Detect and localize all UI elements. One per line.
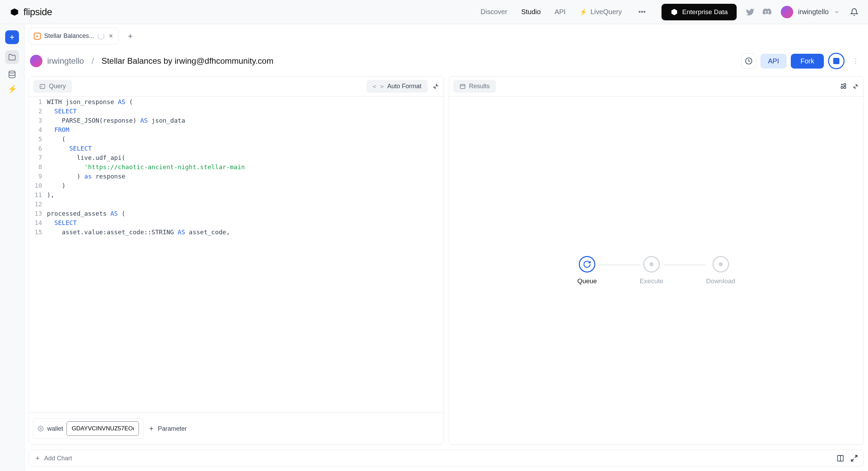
- add-panel-icon[interactable]: [840, 83, 848, 90]
- more-menu-icon[interactable]: ⋮: [849, 57, 862, 65]
- main-area: ▸ Stellar Balances... ✕ + irwingtello / …: [24, 24, 868, 471]
- panel-icon: [460, 83, 466, 90]
- code-editor[interactable]: 1 234 567 8910 111213 1415 WITH json_res…: [29, 96, 444, 412]
- step-queue: Queue: [577, 256, 597, 285]
- plus-icon: [34, 455, 41, 461]
- social-icons: [746, 7, 772, 17]
- nav-studio[interactable]: Studio: [521, 8, 541, 16]
- gear-icon[interactable]: [38, 426, 44, 432]
- stop-button[interactable]: [828, 53, 845, 69]
- folder-button[interactable]: [5, 50, 19, 64]
- bell-icon[interactable]: [850, 8, 858, 16]
- tab-title: Stellar Balances...: [44, 32, 94, 40]
- plus-icon: [148, 426, 154, 432]
- svg-rect-4: [40, 84, 45, 89]
- query-tab[interactable]: Query: [33, 80, 72, 93]
- username: irwingtello: [798, 8, 829, 16]
- bottom-bar-right: [837, 454, 858, 462]
- auto-format-button[interactable]: < > Auto Format: [366, 80, 428, 93]
- results-tab-label: Results: [469, 83, 490, 90]
- results-header-right: [840, 83, 859, 90]
- svg-rect-8: [460, 84, 465, 89]
- enterprise-data-button[interactable]: Enterprise Data: [662, 4, 737, 20]
- svg-rect-11: [844, 86, 846, 89]
- logo[interactable]: flipside: [10, 7, 52, 18]
- database-icon[interactable]: [8, 70, 16, 79]
- left-sidebar: ⚡: [0, 24, 24, 471]
- tab-stellar-balances[interactable]: ▸ Stellar Balances... ✕: [29, 28, 119, 44]
- results-tab[interactable]: Results: [453, 80, 496, 93]
- cube-icon: [670, 8, 678, 16]
- nav-livequery[interactable]: ⚡ LiveQuery: [579, 8, 622, 16]
- pipeline-connector: [597, 265, 640, 265]
- nav-api[interactable]: API: [555, 8, 566, 16]
- code-brackets-icon: < >: [373, 83, 384, 90]
- nav-discover[interactable]: Discover: [481, 8, 507, 16]
- nav-more-icon[interactable]: •••: [636, 8, 648, 16]
- query-panel-footer: wallet Parameter: [29, 412, 444, 444]
- results-panel: Results Queu: [449, 76, 864, 445]
- svg-rect-12: [844, 83, 846, 85]
- plus-icon: [9, 34, 16, 41]
- panels: Query < > Auto Format 1: [24, 76, 868, 471]
- bolt-icon: ⚡: [579, 8, 587, 16]
- wallet-input[interactable]: [67, 421, 139, 436]
- add-chart-button[interactable]: Add Chart: [34, 455, 72, 462]
- sql-file-icon: ▸: [34, 33, 41, 40]
- query-panel: Query < > Auto Format 1: [29, 76, 444, 445]
- refresh-icon: [583, 260, 591, 268]
- svg-rect-10: [841, 86, 843, 89]
- twitter-icon[interactable]: [746, 8, 755, 17]
- results-panel-header: Results: [449, 76, 864, 96]
- pipeline-status: Queue Execute Download: [577, 256, 735, 285]
- split-view-icon[interactable]: [837, 454, 844, 462]
- breadcrumb-separator: /: [92, 56, 94, 66]
- fork-button[interactable]: Fork: [791, 54, 824, 69]
- queue-label: Queue: [577, 277, 597, 285]
- clock-icon: [745, 57, 753, 65]
- code-body: WITH json_response AS ( SELECT PARSE_JSO…: [46, 96, 444, 412]
- parameter-wallet: wallet: [33, 418, 143, 439]
- execute-label: Execute: [640, 277, 664, 285]
- close-icon[interactable]: ✕: [108, 32, 114, 40]
- add-parameter-button[interactable]: Parameter: [148, 425, 187, 432]
- queue-circle: [579, 256, 595, 273]
- nav-links: Discover Studio API ⚡ LiveQuery •••: [481, 8, 648, 16]
- terminal-icon: [39, 83, 46, 90]
- history-button[interactable]: [741, 53, 756, 69]
- avatar: [781, 6, 793, 18]
- new-tab-button[interactable]: +: [123, 31, 138, 41]
- user-menu[interactable]: irwingtello: [781, 6, 840, 18]
- title-actions: API Fork ⋮: [741, 53, 862, 69]
- new-query-button[interactable]: [5, 30, 19, 44]
- sidebar-bolt-icon[interactable]: ⚡: [8, 85, 17, 94]
- stop-icon: [833, 58, 839, 64]
- loading-spinner-icon: [98, 33, 104, 40]
- expand-icon[interactable]: [850, 454, 858, 462]
- folder-icon: [8, 53, 16, 61]
- param-label: wallet: [47, 425, 63, 432]
- owner-avatar: [30, 55, 42, 67]
- download-circle: [713, 256, 729, 273]
- api-button[interactable]: API: [760, 54, 787, 69]
- page-title: Stellar Balances by irwing@dfhcommunity.…: [101, 56, 273, 66]
- title-row: irwingtello / Stellar Balances by irwing…: [24, 48, 868, 76]
- step-download: Download: [706, 256, 735, 285]
- tabs-row: ▸ Stellar Balances... ✕ +: [24, 24, 868, 48]
- execute-circle: [643, 256, 660, 273]
- body: ⚡ ▸ Stellar Balances... ✕ + irwingtello …: [0, 24, 868, 471]
- logo-text: flipside: [23, 7, 52, 18]
- collapse-icon[interactable]: [432, 83, 440, 90]
- query-panel-header: Query < > Auto Format: [29, 76, 444, 96]
- breadcrumb-owner[interactable]: irwingtello: [47, 56, 84, 66]
- line-gutter: 1 234 567 8910 111213 1415: [29, 96, 46, 412]
- svg-point-5: [40, 428, 42, 430]
- download-label: Download: [706, 277, 735, 285]
- top-header: flipside Discover Studio API ⚡ LiveQuery…: [0, 0, 868, 24]
- query-header-right: < > Auto Format: [366, 80, 440, 93]
- collapse-icon[interactable]: [852, 83, 859, 90]
- discord-icon[interactable]: [762, 7, 772, 17]
- bottom-bar: Add Chart: [29, 450, 864, 467]
- query-tab-label: Query: [49, 83, 66, 90]
- flipside-logo-icon: [10, 7, 19, 17]
